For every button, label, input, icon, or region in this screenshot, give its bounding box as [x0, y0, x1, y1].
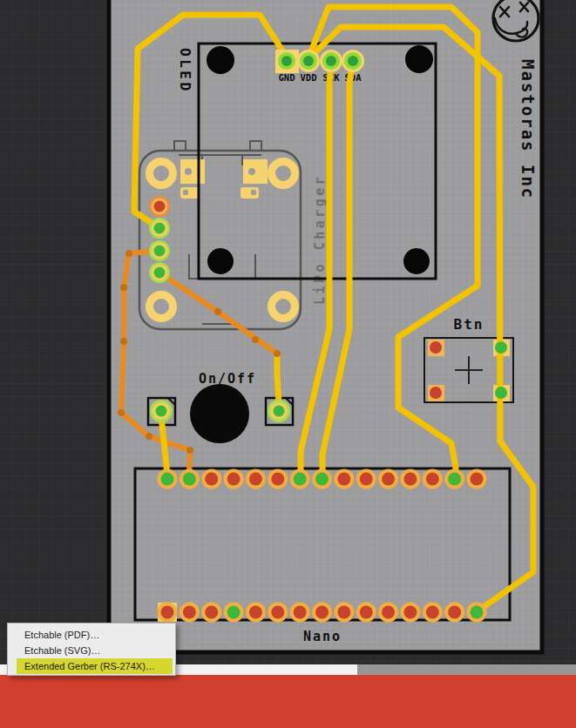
onoff-label: On/Off	[199, 371, 256, 387]
bottom-bar: Export for PCB Routing completed	[0, 675, 576, 728]
app-window: LiPo Charger OLED GND VDD SCK SDA On/Off	[0, 0, 576, 728]
oled-pin-label-gnd: GND	[279, 72, 295, 83]
switch-hole	[190, 384, 249, 443]
nano-label: Nano	[303, 629, 342, 644]
menu-item-etchable-svg[interactable]: Etchable (SVG)…	[17, 643, 173, 658]
menu-item-extended-gerber[interactable]: Extended Gerber (RS-274X)…	[17, 658, 173, 674]
oled-label: OLED	[177, 48, 193, 94]
menu-item-etchable-pdf[interactable]: Etchable (PDF)…	[17, 627, 173, 643]
company-name: Mastoras Inc	[518, 59, 538, 199]
pcb-canvas[interactable]: LiPo Charger OLED GND VDD SCK SDA On/Off	[0, 0, 576, 664]
btn-label: Btn	[454, 316, 485, 333]
export-context-menu: Etchable (PDF)… Etchable (SVG)… Extended…	[7, 623, 176, 676]
lipo-label: LiPo Charger	[312, 174, 328, 305]
oled-pin-label-vdd: VDD	[301, 72, 317, 83]
